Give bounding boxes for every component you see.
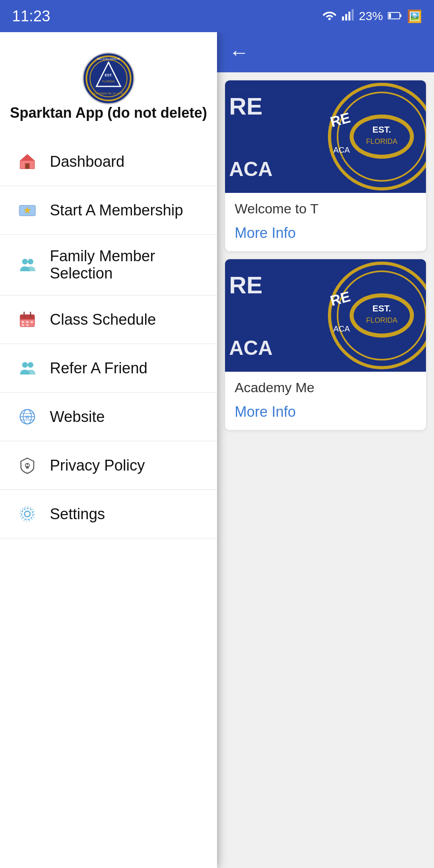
svg-rect-6 (389, 13, 391, 18)
svg-text:FLORIDA: FLORIDA (102, 80, 115, 83)
svg-point-50 (354, 119, 410, 155)
dashboard-icon (16, 150, 39, 173)
main-header: ← (217, 32, 434, 72)
content-area: EST. FLORIDA RE ACA RE ACA Welcome to T … (217, 72, 434, 868)
svg-text:W: W (25, 415, 29, 420)
sidebar-item-dashboard[interactable]: Dashboard (0, 137, 217, 186)
svg-rect-30 (31, 321, 33, 323)
svg-text:EST.: EST. (373, 303, 391, 313)
privacy-policy-label: Privacy Policy (50, 457, 145, 474)
svg-rect-28 (22, 321, 24, 323)
sidebar-item-website[interactable]: W Website (0, 393, 217, 441)
sidebar-item-family-member-selection[interactable]: Family Member Selection (0, 235, 217, 295)
main-panel: ← EST. FLORIDA RE ACA RE (217, 32, 434, 868)
svg-text:FLORIDA: FLORIDA (366, 137, 397, 145)
svg-point-33 (22, 362, 28, 368)
app-logo: ACADEMIA DE JU-JITSU RELSON GRACIE EST. … (82, 52, 135, 104)
card-1-body-text: Welcome to T (225, 193, 426, 219)
sidebar-item-start-membership[interactable]: Start A Membership (0, 186, 217, 235)
svg-rect-32 (26, 324, 29, 326)
svg-rect-1 (342, 16, 344, 20)
class-schedule-icon (16, 308, 39, 331)
privacy-policy-icon (16, 454, 39, 477)
website-icon: W (16, 405, 39, 428)
family-member-icon (16, 254, 39, 276)
sidebar-item-privacy-policy[interactable]: Privacy Policy (0, 441, 217, 490)
card-2-body-text: Academy Me (225, 372, 426, 398)
card-1-image: EST. FLORIDA RE ACA RE ACA (225, 80, 426, 193)
sidebar-item-settings[interactable]: Settings (0, 490, 217, 538)
svg-rect-7 (400, 14, 401, 17)
membership-card-1: EST. FLORIDA RE ACA RE ACA Welcome to T … (225, 80, 426, 251)
sidebar-item-refer-a-friend[interactable]: Refer A Friend (0, 344, 217, 393)
svg-point-0 (328, 18, 331, 20)
sidebar-item-class-schedule[interactable]: Class Schedule (0, 295, 217, 344)
svg-marker-17 (20, 154, 35, 161)
signal-icon (342, 9, 354, 23)
status-time: 11:23 (12, 8, 50, 25)
drawer-menu: ACADEMIA DE JU-JITSU RELSON GRACIE EST. … (0, 32, 217, 868)
refer-friend-icon (16, 357, 39, 379)
svg-point-58 (354, 297, 410, 334)
class-schedule-label: Class Schedule (50, 311, 156, 328)
start-membership-label: Start A Membership (50, 202, 183, 219)
refer-friend-label: Refer A Friend (50, 360, 147, 377)
status-bar: 11:23 23% 🖼️ (0, 0, 434, 32)
battery-percentage: 23% (359, 9, 383, 23)
svg-rect-42 (26, 466, 29, 469)
svg-text:RELSON GRACIE: RELSON GRACIE (97, 57, 120, 60)
svg-rect-2 (345, 14, 347, 20)
drawer-app-title: Sparktan App (do not delete) (2, 104, 215, 121)
svg-rect-4 (352, 9, 354, 20)
svg-rect-25 (20, 318, 35, 319)
battery-icon (388, 9, 402, 23)
svg-text:ACADEMIA DE JU-JITSU: ACADEMIA DE JU-JITSU (92, 92, 125, 95)
svg-rect-3 (348, 12, 350, 20)
svg-text:ACA: ACA (333, 145, 350, 154)
settings-label: Settings (50, 506, 105, 523)
svg-point-21 (22, 259, 28, 264)
svg-point-34 (28, 362, 33, 368)
svg-text:EST.: EST. (373, 125, 391, 135)
settings-icon (16, 503, 39, 525)
svg-point-45 (22, 508, 33, 520)
svg-rect-29 (26, 321, 29, 323)
membership-card-2: EST. FLORIDA RE ACA RE ACA Academy Me Mo… (225, 259, 426, 430)
svg-rect-18 (26, 164, 29, 169)
family-member-label: Family Member Selection (50, 248, 201, 282)
website-label: Website (50, 408, 105, 426)
start-membership-icon (16, 199, 39, 221)
svg-rect-31 (22, 324, 24, 326)
svg-point-46 (20, 507, 35, 521)
dashboard-label: Dashboard (50, 153, 125, 170)
card-2-more-info[interactable]: More Info (225, 398, 426, 430)
card-1-more-info[interactable]: More Info (225, 219, 426, 251)
card-2-image: EST. FLORIDA RE ACA RE ACA (225, 259, 426, 372)
svg-text:EST.: EST. (104, 73, 112, 77)
svg-text:ACA: ACA (333, 324, 350, 333)
drawer-menu-list: Dashboard Start A Membership (0, 137, 217, 538)
svg-text:FLORIDA: FLORIDA (366, 316, 397, 324)
svg-point-22 (28, 259, 33, 264)
photo-icon: 🖼️ (407, 9, 422, 23)
back-button[interactable]: ← (229, 41, 249, 64)
status-icons: 23% 🖼️ (322, 9, 422, 23)
wifi-icon (322, 9, 337, 23)
svg-point-44 (25, 511, 30, 517)
